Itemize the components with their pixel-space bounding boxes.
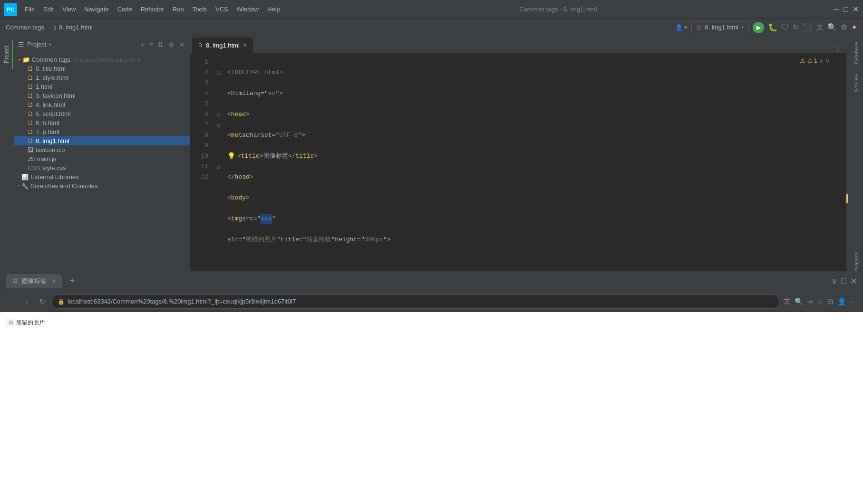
sciview-tab[interactable]: SciView: [852, 70, 861, 96]
line-num-5: 5: [190, 99, 208, 109]
browser-restore[interactable]: □: [841, 276, 846, 286]
html-file-icon: 🗋: [28, 128, 34, 135]
tree-item-11[interactable]: CSS style.css: [14, 163, 190, 172]
panel-dropdown-icon[interactable]: ▾: [49, 42, 51, 47]
tree-scratches[interactable]: › 🔧 Scratches and Consoles: [14, 181, 190, 190]
tree-item-2[interactable]: 🗋 1.html: [14, 82, 190, 91]
browser-close[interactable]: ✕: [850, 276, 857, 286]
code-content[interactable]: <!DOCTYPE html> <html lang="en"> <head> …: [223, 53, 846, 288]
stop-icon[interactable]: ⬛: [803, 23, 812, 32]
panel-menu-icon[interactable]: ☰: [18, 41, 24, 48]
warning-count: ⚠ 1: [807, 57, 817, 64]
tree-item-3[interactable]: 🗋 3. favicon.html: [14, 91, 190, 100]
menu-refactor[interactable]: Refactor: [137, 4, 168, 15]
warning-up-arrow[interactable]: ∧: [819, 57, 824, 64]
close-panel-icon[interactable]: ✕: [178, 40, 186, 49]
tree-root-folder[interactable]: ▾ 📁 Common tags C:\Users\13600\front end…: [14, 55, 190, 64]
tree-external-libs[interactable]: › 📊 External Libraries: [14, 172, 190, 181]
code-editor[interactable]: 1 2 3 4 5 6 7 8 9 10 11 12 ⊟: [190, 53, 849, 288]
new-tab-button[interactable]: +: [66, 275, 79, 288]
gutter-6[interactable]: ⊟: [214, 109, 223, 120]
menu-window[interactable]: Window: [233, 4, 262, 15]
address-text: localhost:63342/Common%20tags/8.%20img1.…: [68, 298, 296, 305]
more-tabs-icon[interactable]: ⋮: [834, 45, 841, 53]
new-file-icon[interactable]: +: [140, 40, 145, 49]
tree-item-8[interactable]: 🗋 8. img1.html: [14, 136, 190, 145]
menu-code[interactable]: Code: [114, 4, 136, 15]
html-file-icon: 🗋: [28, 74, 34, 81]
breadcrumb-file[interactable]: 🗋 8. img1.html: [52, 24, 93, 31]
tree-item-5[interactable]: 🗋 5. script.html: [14, 109, 190, 118]
expand-icon[interactable]: ⇅: [157, 40, 165, 49]
debug-icon[interactable]: 🐛: [768, 23, 777, 32]
gutter-7[interactable]: ⊟: [214, 120, 223, 130]
maximize-button[interactable]: □: [842, 6, 850, 13]
menu-vcs[interactable]: VCS: [212, 4, 232, 15]
forward-button[interactable]: ›: [21, 296, 32, 307]
browser-controls-right: ∨ □ ✕: [831, 276, 857, 286]
menu-file[interactable]: File: [21, 4, 39, 15]
breadcrumb-project[interactable]: Common tags: [6, 24, 44, 31]
browser-tab-close[interactable]: ✕: [51, 278, 56, 285]
menu-navigate[interactable]: Navigate: [80, 4, 112, 15]
browser-tab-icon: 🖼: [11, 277, 19, 285]
coverage-icon[interactable]: 🛡: [781, 23, 789, 32]
user-profile-icon[interactable]: 👤: [837, 297, 846, 306]
file-name-10: main.js: [37, 155, 56, 162]
ico-file-icon: 🖼: [28, 146, 34, 153]
browser-tab-active[interactable]: 🖼 图像标签 ✕: [6, 274, 62, 288]
file-name-8: 8. img1.html: [36, 137, 69, 144]
account-icon[interactable]: 👤 ▾: [675, 24, 688, 31]
tree-item-7[interactable]: 🗋 7. p.html: [14, 127, 190, 136]
code-line-3: <head>: [227, 109, 846, 120]
settings-panel-icon[interactable]: ⚙: [167, 40, 175, 49]
bookmark-icon[interactable]: ☆: [817, 297, 824, 306]
tree-item-1[interactable]: 🗋 1. style.html: [14, 73, 190, 82]
menu-view[interactable]: View: [58, 4, 79, 15]
close-button[interactable]: ✕: [852, 6, 859, 13]
tree-item-4[interactable]: 🗋 4. link.html: [14, 100, 190, 109]
tree-item-6[interactable]: 🗋 6. h.html: [14, 118, 190, 127]
tree-item-10[interactable]: JS main.js: [14, 154, 190, 163]
collapse-all-icon[interactable]: ≡: [148, 40, 154, 49]
settings-icon[interactable]: ⚙: [841, 23, 847, 32]
refresh-button[interactable]: ↻: [36, 296, 48, 307]
run-config-selector[interactable]: 🗋 8. img1.html ▾: [691, 21, 749, 33]
tab-close-btn[interactable]: ✕: [242, 42, 247, 48]
ai-icon[interactable]: ✦: [851, 23, 857, 32]
gutter-2[interactable]: ⊟: [214, 67, 223, 78]
project-panel-tab[interactable]: Project: [1, 40, 13, 69]
menu-help[interactable]: Help: [263, 4, 284, 15]
minimize-button[interactable]: ─: [833, 6, 840, 13]
search-icon[interactable]: 🔍: [827, 23, 837, 32]
file-panel-icons: + ≡ ⇅ ⚙ ✕: [140, 40, 186, 49]
menu-tools[interactable]: Tools: [189, 4, 211, 15]
back-button[interactable]: ‹: [6, 296, 17, 307]
translate-browser-icon[interactable]: 文: [784, 297, 791, 306]
scratches-chevron: ›: [18, 183, 19, 189]
browser-collapse-up[interactable]: ∨: [831, 276, 837, 286]
warning-down-arrow[interactable]: ∨: [825, 57, 830, 64]
tree-item-9[interactable]: 🖼 favicon.ico: [14, 145, 190, 154]
bar-chart-icon: 📊: [21, 174, 29, 181]
database-tab[interactable]: Database: [852, 38, 861, 68]
tree-item-0[interactable]: 🗋 0. title.html: [14, 64, 190, 73]
file-panel-header: ☰ Project ▾ + ≡ ⇅ ⚙ ✕: [14, 36, 190, 53]
browser-navbar: ‹ › ↻ 🔒 localhost:63342/Common%20tags/8.…: [0, 291, 863, 312]
menu-run[interactable]: Run: [169, 4, 188, 15]
share-icon[interactable]: ⇨: [807, 297, 814, 306]
split-view-icon[interactable]: ⊟: [827, 297, 834, 306]
address-bar[interactable]: 🔒 localhost:63342/Common%20tags/8.%20img…: [51, 295, 780, 309]
vertical-scrollbar[interactable]: [846, 53, 849, 288]
run-button[interactable]: ▶: [753, 22, 764, 33]
editor-tab-img1[interactable]: 🗋 8. img1.html ✕: [192, 38, 253, 53]
menu-edit[interactable]: Edit: [39, 4, 58, 15]
zoom-icon[interactable]: 🔍: [795, 297, 804, 306]
scrollbar-thumb[interactable]: [846, 194, 848, 203]
translate-icon[interactable]: 文: [816, 22, 824, 32]
gutter-11[interactable]: ⊟: [214, 162, 223, 172]
reload-icon[interactable]: ↻: [793, 23, 799, 32]
more-options-icon[interactable]: ⋯: [850, 297, 857, 306]
code-line-7: <body>: [227, 193, 846, 203]
warning-icon: ⚠: [800, 57, 805, 64]
